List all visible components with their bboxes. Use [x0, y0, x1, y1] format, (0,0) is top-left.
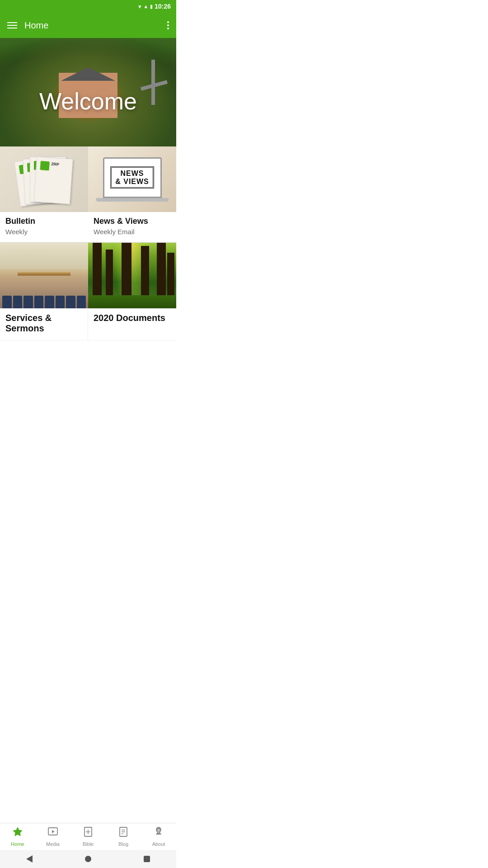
bulletin-text: Bulletin Weekly — [0, 212, 88, 242]
seat-4 — [34, 296, 44, 308]
seat-2 — [13, 296, 23, 308]
seat-8 — [77, 296, 86, 308]
more-options-button[interactable] — [167, 21, 169, 29]
bulletin-title: Bulletin — [5, 217, 83, 226]
status-bar: ▾ ▲ ▮ 10:26 — [0, 0, 176, 13]
content-grid-row2: Services & Sermons 2020 Documents — [0, 243, 176, 340]
bulletin-image: 2RP 2RP 2RP 2RP — [0, 146, 88, 212]
church-seats — [0, 288, 88, 308]
news-image-bg: NEWS& VIEWS — [88, 146, 176, 212]
laptop-container: NEWS& VIEWS — [96, 157, 169, 202]
bulletin-subtitle: Weekly — [5, 228, 83, 236]
news-subtitle: Weekly Email — [94, 228, 171, 236]
news-image: NEWS& VIEWS — [88, 146, 176, 212]
bulletin-card[interactable]: 2RP 2RP 2RP 2RP — [0, 146, 88, 242]
news-views-card[interactable]: NEWS& VIEWS News & Views Weekly Email — [88, 146, 176, 242]
battery-icon: ▮ — [150, 4, 153, 9]
seat-5 — [45, 296, 54, 308]
forest-image-bg — [88, 243, 176, 308]
page-title: Home — [24, 20, 167, 31]
forest-ground — [88, 295, 176, 308]
services-sermons-card[interactable]: Services & Sermons — [0, 243, 88, 340]
news-text: News & Views Weekly Email — [88, 212, 176, 242]
services-text: Services & Sermons — [0, 308, 88, 340]
bulletin-papers: 2RP 2RP 2RP 2RP — [17, 157, 71, 202]
documents-card[interactable]: 2020 Documents — [88, 243, 176, 340]
church-image-bg — [0, 243, 88, 308]
signal-icon: ▲ — [143, 4, 148, 9]
seat-6 — [56, 296, 65, 308]
bulletin-paper-4: 2RP — [33, 156, 73, 204]
content-grid-row1: 2RP 2RP 2RP 2RP — [0, 146, 176, 242]
church-wall — [0, 243, 88, 269]
church-image — [0, 243, 88, 308]
welcome-text: Welcome — [39, 88, 137, 115]
wifi-icon: ▾ — [138, 3, 141, 10]
app-bar: Home — [0, 13, 176, 38]
hero-banner: Welcome — [0, 38, 176, 146]
news-views-text: NEWS& VIEWS — [110, 166, 154, 189]
road-vertical — [151, 60, 155, 105]
laptop: NEWS& VIEWS — [103, 157, 162, 198]
services-title: Services & Sermons — [5, 313, 82, 334]
status-icons: ▾ ▲ ▮ 10:26 — [138, 3, 171, 10]
laptop-screen: NEWS& VIEWS — [104, 159, 160, 197]
seat-3 — [23, 296, 33, 308]
status-time: 10:26 — [155, 3, 171, 10]
forest-image — [88, 243, 176, 308]
laptop-base — [96, 198, 169, 202]
news-title: News & Views — [94, 217, 171, 226]
documents-title: 2020 Documents — [94, 313, 171, 323]
hamburger-menu-button[interactable] — [7, 22, 17, 28]
seat-7 — [66, 296, 75, 308]
bulletin-image-bg: 2RP 2RP 2RP 2RP — [0, 146, 88, 212]
seat-1 — [2, 296, 12, 308]
documents-text: 2020 Documents — [88, 308, 176, 330]
